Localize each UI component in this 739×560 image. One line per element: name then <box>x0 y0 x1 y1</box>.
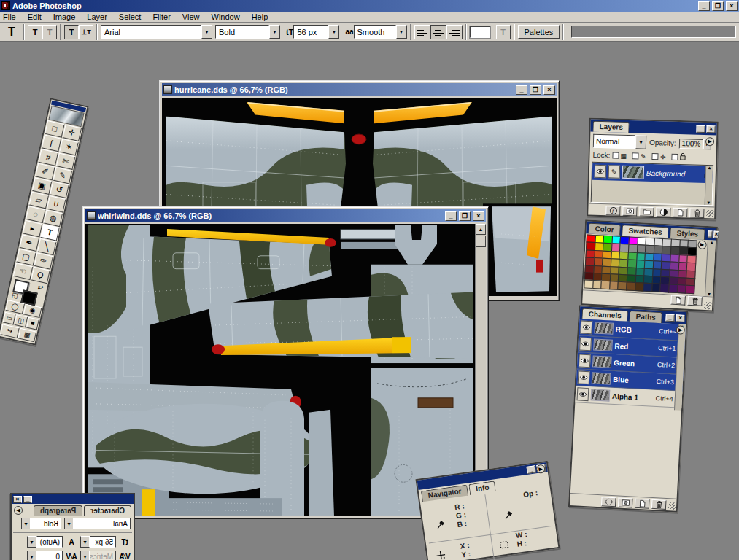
horizontal-text-button[interactable]: T <box>64 25 79 39</box>
swap-colors-icon[interactable]: ⇄ <box>37 284 45 292</box>
swatches-palette[interactable]: Color Swatches Styles _ × ▲▼ ▶ <box>581 219 718 311</box>
button-new-layer[interactable] <box>673 207 687 217</box>
minimize-button[interactable]: _ <box>665 314 675 322</box>
text-color-swatch[interactable] <box>470 26 490 38</box>
lock-all[interactable] <box>671 152 686 163</box>
menu-image[interactable]: Image <box>53 12 76 21</box>
button-save-selection[interactable] <box>618 497 633 508</box>
menu-edit[interactable]: Edit <box>28 12 42 21</box>
close-button[interactable]: × <box>543 85 555 95</box>
button-layer-mask[interactable] <box>622 206 637 216</box>
leading-field[interactable]: (Auto) ▼ <box>27 536 63 548</box>
align-center-button[interactable] <box>430 25 446 39</box>
minimize-button[interactable]: _ <box>698 1 710 11</box>
maximize-button[interactable]: ❐ <box>459 211 471 221</box>
button-fullscreen[interactable]: ■ <box>26 317 39 330</box>
layer-list-scrollbar[interactable]: ▲▼ <box>705 166 713 205</box>
character-titlebar[interactable]: _ × <box>12 494 134 504</box>
visibility-toggle[interactable] <box>578 370 590 384</box>
font-family-select[interactable]: Arial ▼ <box>101 25 212 39</box>
tab-character[interactable]: Character <box>84 505 131 516</box>
menu-file[interactable]: File <box>3 12 16 21</box>
create-text-mask-button[interactable]: T <box>42 25 57 39</box>
button-delete-swatch[interactable] <box>687 296 703 306</box>
resize-grip[interactable] <box>706 210 713 217</box>
channels-palette[interactable]: Channels Paths _ × RGBCtrl+~RedCtrl+1Gre… <box>568 305 688 512</box>
lock-all-checkbox[interactable] <box>671 154 678 160</box>
close-button[interactable]: × <box>13 496 22 503</box>
font-family-select[interactable]: Arial ▼ <box>64 518 131 529</box>
button-new-swatch[interactable] <box>670 295 686 306</box>
tab-layers[interactable]: Layers <box>592 121 630 133</box>
close-button[interactable]: × <box>676 314 685 322</box>
lock-image-checkbox[interactable] <box>632 152 638 159</box>
close-button[interactable]: × <box>713 231 719 238</box>
info-palette[interactable]: _ × Navigator Info ▶ R :G :B : Op : X :Y… <box>415 461 560 560</box>
align-right-button[interactable] <box>446 25 463 39</box>
font-size-field[interactable]: 56 px ▼ <box>80 536 116 548</box>
menu-window[interactable]: Window <box>212 12 240 21</box>
restore-button[interactable]: ❐ <box>712 1 724 11</box>
visibility-toggle[interactable] <box>595 165 606 178</box>
vertical-text-button[interactable]: ⊥T <box>79 25 93 39</box>
button-delete-layer[interactable] <box>689 208 704 218</box>
close-button[interactable]: × <box>726 1 738 11</box>
maximize-button[interactable]: ❐ <box>530 85 541 95</box>
lock-image[interactable]: ✎ <box>632 152 647 160</box>
palettes-button[interactable]: Palettes <box>518 25 560 39</box>
visibility-toggle[interactable] <box>576 387 589 401</box>
align-left-button[interactable] <box>414 25 430 39</box>
button-imageready-grid[interactable]: ▦ <box>18 328 36 343</box>
lock-position[interactable]: ✛ <box>651 152 667 160</box>
button-adjustment-layer[interactable] <box>656 207 670 217</box>
visibility-toggle[interactable] <box>579 337 592 351</box>
lock-transparency[interactable]: ▦ <box>612 152 627 160</box>
minimize-button[interactable]: _ <box>445 211 457 221</box>
kerning-field[interactable]: Metrics ▼ <box>80 551 116 560</box>
create-text-layer-button[interactable]: T <box>28 25 42 39</box>
close-button[interactable]: × <box>706 125 715 133</box>
lock-transparency-checkbox[interactable] <box>612 152 619 158</box>
menu-layer[interactable]: Layer <box>87 12 107 21</box>
toolbox-palette[interactable]: □✛ʃ✶#✄✐✎▣↺▱∪◌◍▸T✒╲▢✑☜Ϙ ⇄ ◱ ◯◉ ▭◫■ ↪▦ <box>0 98 89 346</box>
font-size-select[interactable]: 56 px ▼ <box>293 25 339 39</box>
resize-grip[interactable] <box>668 502 676 510</box>
minimize-button[interactable]: _ <box>516 85 527 95</box>
tool-hand[interactable]: ☜ <box>13 262 33 280</box>
palette-menu-icon[interactable]: ▶ <box>705 137 714 146</box>
minimize-button[interactable]: _ <box>23 496 32 503</box>
button-layer-set[interactable] <box>639 206 654 217</box>
document-window-whirlwind[interactable]: whirlwind.dds @ 66,7% (RGB) _ ❐ × <box>82 206 489 519</box>
blend-mode-select[interactable]: Normal ▼ <box>593 134 647 149</box>
button-new-channel[interactable] <box>635 498 650 508</box>
tracking-field[interactable]: 0 ▼ <box>27 551 63 560</box>
button-layer-effects[interactable]: f <box>605 206 620 216</box>
tab-paragraph[interactable]: Paragraph <box>34 505 82 516</box>
warp-text-button[interactable]: T <box>496 25 511 39</box>
button-delete-channel[interactable] <box>651 499 667 509</box>
resize-grip[interactable] <box>704 302 712 310</box>
minimize-button[interactable]: _ <box>708 230 713 238</box>
close-button[interactable]: × <box>473 211 484 221</box>
button-load-selection[interactable] <box>601 497 616 507</box>
button-jump-to-imageready[interactable]: ↪ <box>0 324 19 338</box>
swatch[interactable] <box>685 285 694 294</box>
anti-alias-select[interactable]: Smooth ▼ <box>354 25 407 39</box>
font-style-select[interactable]: Bold ▼ <box>21 518 61 529</box>
character-palette[interactable]: _ × Character Paragraph ▶ Arial ▼ Bold ▼… <box>10 493 135 560</box>
palette-menu-icon[interactable]: ▶ <box>535 464 546 475</box>
font-style-select[interactable]: Bold ▼ <box>215 25 280 39</box>
visibility-toggle[interactable] <box>579 354 591 368</box>
whirlwind-titlebar[interactable]: whirlwind.dds @ 66,7% (RGB) _ ❐ × <box>85 209 486 222</box>
menu-filter[interactable]: Filter <box>152 12 170 21</box>
palette-menu-icon[interactable]: ▶ <box>14 506 23 515</box>
layers-palette[interactable]: Layers _ × Normal ▼ Opacity: 100% ▸ ▶ Lo… <box>587 118 719 220</box>
layer-row-background[interactable]: ✎ Background <box>592 163 713 184</box>
menu-help[interactable]: Help <box>252 12 268 21</box>
minimize-button[interactable]: _ <box>526 465 535 474</box>
menu-select[interactable]: Select <box>119 12 142 21</box>
tool-zoom[interactable]: Ϙ <box>31 267 50 284</box>
minimize-button[interactable]: _ <box>696 125 705 133</box>
menu-view[interactable]: View <box>182 12 200 21</box>
lock-position-checkbox[interactable] <box>651 153 658 160</box>
